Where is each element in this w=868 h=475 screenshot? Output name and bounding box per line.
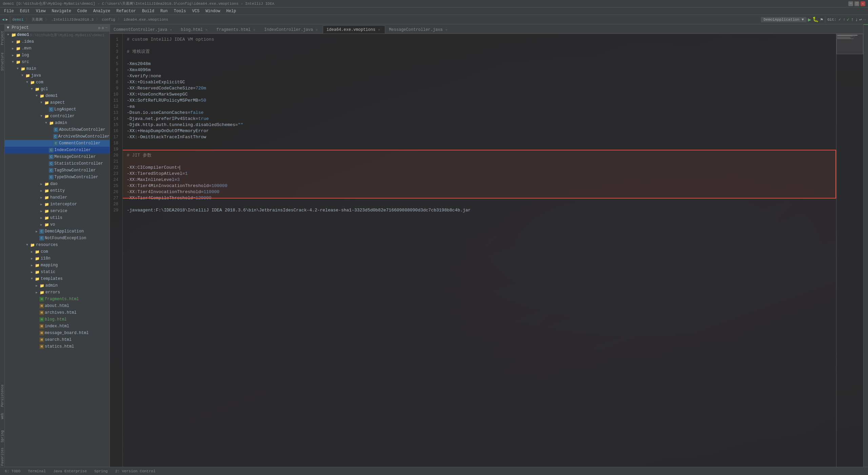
tree-item-tagshowcontroller[interactable]: CTagShowController	[5, 167, 110, 174]
tree-item--idea[interactable]: ▶📁.idea	[5, 38, 110, 45]
menu-window[interactable]: Window	[203, 8, 223, 14]
tree-item-admin[interactable]: ▼📁admin	[5, 120, 110, 126]
tree-item-demo1[interactable]: ▼📁demo1	[5, 92, 110, 99]
coverage-button[interactable]: ⚑	[820, 17, 823, 22]
minimap-viewport[interactable]	[836, 34, 863, 54]
tab-close-icon[interactable]: ✕	[252, 27, 257, 32]
tree-item-indexcontroller[interactable]: CIndexController	[5, 147, 110, 153]
bottom-tab-spring[interactable]: Spring	[91, 469, 111, 474]
structure-tool-btn[interactable]: Structure	[0, 51, 5, 72]
bottom-tab-6--todo[interactable]: 6: TODO	[1, 469, 24, 474]
run-button[interactable]: ▶	[808, 16, 811, 23]
debug-button[interactable]: 🐛	[812, 16, 819, 23]
tree-item-fragments-html[interactable]: Hfragments.html	[5, 296, 110, 303]
tree-item-log[interactable]: ▶📁log	[5, 52, 110, 59]
menu-vcs[interactable]: VCS	[190, 8, 202, 14]
close-button[interactable]: ✕	[861, 1, 865, 6]
editor-minimap[interactable]	[836, 34, 863, 467]
tree-item-notfoundexception[interactable]: CNotFoundException	[5, 235, 110, 242]
tree-item-logaspect[interactable]: CLogAspect	[5, 106, 110, 113]
tree-item-aboutshowcontroller[interactable]: CAboutShowController	[5, 126, 110, 133]
toolbar-back-btn[interactable]: ◀	[2, 17, 4, 22]
tree-item-demo1[interactable]: ▼📁demo1 D:\Github仓库\MyBlog-MyBatis\demo1	[5, 32, 110, 38]
minimize-button[interactable]: ─	[848, 1, 853, 6]
tree-item-interceptor[interactable]: ▶📁interceptor	[5, 201, 110, 208]
tree-item-archives-html[interactable]: Harchives.html	[5, 309, 110, 316]
menu-run[interactable]: Run	[158, 8, 171, 14]
tab-close-icon[interactable]: ✕	[444, 27, 449, 32]
tree-item-aspect[interactable]: ▼📁aspect	[5, 99, 110, 106]
menu-build[interactable]: Build	[139, 8, 157, 14]
tree-item-service[interactable]: ▶📁service	[5, 208, 110, 214]
tree-item-commentcontroller[interactable]: CCommentController	[5, 140, 110, 147]
menu-tools[interactable]: Tools	[171, 8, 189, 14]
bc-file[interactable]: idea64.exe.vmoptions	[123, 18, 168, 22]
bc-demo1[interactable]: demo1	[12, 18, 23, 22]
favorites-tool-btn[interactable]: Favorites	[0, 447, 5, 467]
web-tool-btn[interactable]: Web	[0, 406, 5, 426]
redo-button[interactable]: ↪	[863, 17, 866, 22]
tree-item-admin[interactable]: ▶📁admin	[5, 282, 110, 289]
tree-item-about-html[interactable]: Habout.html	[5, 303, 110, 309]
tree-item-search-html[interactable]: Hsearch.html	[5, 336, 110, 343]
git-update-icon[interactable]: ↓	[855, 17, 858, 22]
tab-close-icon[interactable]: ✕	[169, 27, 173, 32]
tree-item-errors[interactable]: ▶📁errors	[5, 289, 110, 296]
spring-tool-btn[interactable]: Spring	[0, 426, 5, 447]
toolbar-forward-btn[interactable]: ▶	[6, 17, 8, 22]
tab-close-icon[interactable]: ✕	[377, 27, 381, 32]
tree-item-demo1application[interactable]: ▶CDemo1Application	[5, 228, 110, 235]
tab-blog-html[interactable]: blog.html✕	[177, 25, 213, 34]
tree-item-handler[interactable]: ▶📁handler	[5, 194, 110, 201]
tree-item-vo[interactable]: ▶📁vo	[5, 221, 110, 228]
run-config-label[interactable]: Demo1Application ▼	[761, 17, 807, 22]
menu-edit[interactable]: Edit	[17, 8, 33, 14]
project-collapse-btn[interactable]: −	[105, 26, 107, 30]
tree-item-i18n[interactable]: ▶📁i18n	[5, 255, 110, 262]
bottom-tab-terminal[interactable]: Terminal	[24, 469, 49, 474]
tree-item-typeshowcontroller[interactable]: CTypeShowController	[5, 174, 110, 181]
bc-user[interactable]: 关幕阑	[32, 18, 43, 22]
tree-item-templates[interactable]: ▼📁templates	[5, 275, 110, 282]
tree-item-archiveshowcontroller[interactable]: CArchiveShowController	[5, 133, 110, 140]
bc-config[interactable]: config	[102, 18, 115, 22]
tab-close-icon[interactable]: ✕	[314, 27, 319, 32]
tree-item--mvn[interactable]: ▶📁.mvn	[5, 45, 110, 52]
menu-code[interactable]: Code	[75, 8, 90, 14]
tab-CommentController-java[interactable]: CommentController.java✕	[110, 25, 177, 34]
project-sync-btn[interactable]: ⚙	[98, 26, 100, 30]
tree-item-main[interactable]: ▼📁main	[5, 65, 110, 72]
menu-refactor[interactable]: Refactor	[114, 8, 139, 14]
menu-navigate[interactable]: Navigate	[49, 8, 74, 14]
bottom-tab-java-enterprise[interactable]: Java Enterprise	[50, 469, 90, 474]
code-editor[interactable]: # custom IntelliJ IDEA VM options# 堆栈设置-…	[123, 34, 836, 467]
git-push-icon[interactable]: ↑	[851, 17, 854, 22]
tree-item-resources[interactable]: ▼📁resources	[5, 242, 110, 248]
maximize-button[interactable]: □	[854, 1, 859, 6]
bottom-tab-2--version-control[interactable]: 2: Version Control	[112, 469, 159, 474]
project-tool-btn[interactable]: Project	[0, 24, 5, 51]
tab-MessageController-java[interactable]: MessageController.java✕	[385, 25, 452, 34]
tab-close-icon[interactable]: ✕	[204, 27, 209, 32]
project-gear-btn[interactable]: ⚙	[102, 26, 104, 30]
tab-fragments-html[interactable]: fragments.html✕	[213, 25, 260, 34]
tree-item-statisticscontroller[interactable]: CStatisticsController	[5, 160, 110, 167]
tree-item-com[interactable]: ▶📁com	[5, 248, 110, 255]
persistence-tool-btn[interactable]: Persistence	[0, 386, 5, 406]
tree-item-message-board-html[interactable]: Hmessage_board.html	[5, 330, 110, 336]
tree-item-index-html[interactable]: Hindex.html	[5, 323, 110, 330]
menu-analyze[interactable]: Analyze	[91, 8, 113, 14]
tree-item-dao[interactable]: ▶📁dao	[5, 181, 110, 187]
tree-item-static[interactable]: ▶📁static	[5, 269, 110, 275]
bc-idea[interactable]: .IntelliJIdea2018.3	[51, 18, 94, 22]
tab-IndexController-java[interactable]: IndexController.java✕	[260, 25, 323, 34]
tree-item-mapping[interactable]: ▶📁mapping	[5, 262, 110, 269]
tree-item-com[interactable]: ▼📁com	[5, 79, 110, 86]
tree-item-blog-html[interactable]: Hblog.html	[5, 316, 110, 323]
undo-button[interactable]: ↩	[859, 17, 862, 22]
tree-item-java[interactable]: ▼📁java	[5, 72, 110, 79]
tree-item-entity[interactable]: ▶📁entity	[5, 187, 110, 194]
window-controls[interactable]: ─ □ ✕	[848, 1, 865, 6]
menu-help[interactable]: Help	[223, 8, 239, 14]
tree-item-messagecontroller[interactable]: CMessageController	[5, 153, 110, 160]
